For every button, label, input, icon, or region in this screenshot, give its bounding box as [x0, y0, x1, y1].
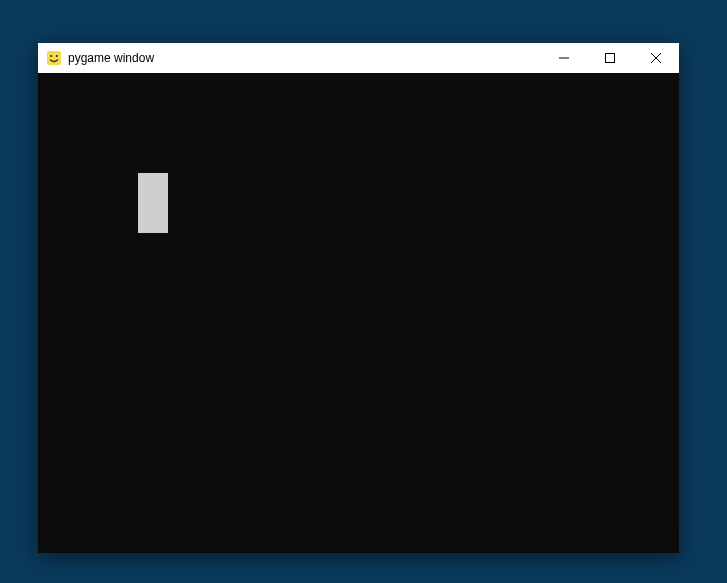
minimize-button[interactable]	[541, 43, 587, 73]
pygame-snake-icon	[46, 50, 62, 66]
close-button[interactable]	[633, 43, 679, 73]
svg-point-2	[56, 55, 58, 57]
maximize-icon	[605, 53, 615, 63]
window-controls	[541, 43, 679, 73]
svg-rect-0	[47, 51, 61, 65]
close-icon	[651, 53, 661, 63]
svg-rect-4	[606, 54, 615, 63]
maximize-button[interactable]	[587, 43, 633, 73]
minimize-icon	[559, 53, 569, 63]
svg-point-1	[50, 55, 52, 57]
titlebar[interactable]: pygame window	[38, 43, 679, 73]
game-canvas[interactable]	[38, 73, 679, 553]
rect-1	[138, 173, 168, 233]
window-title: pygame window	[68, 43, 154, 73]
app-window: pygame window	[38, 43, 679, 553]
